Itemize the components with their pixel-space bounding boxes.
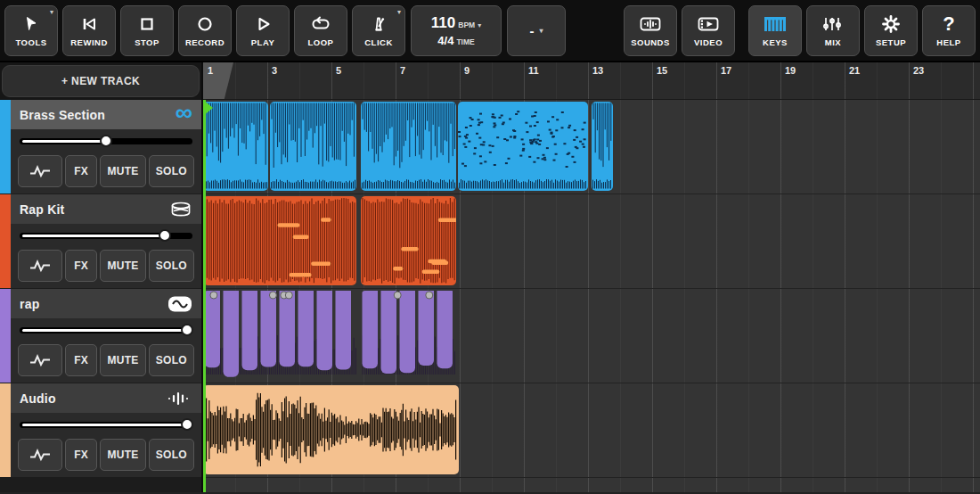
ruler-bar-label: 3 xyxy=(272,65,277,76)
volume-slider-fill xyxy=(22,140,109,143)
automation-button[interactable] xyxy=(18,344,62,376)
mix-button[interactable]: MIX xyxy=(806,5,860,56)
track-panel-content: Brass Section∞FXMUTESOLO xyxy=(11,100,201,193)
wave-icon xyxy=(167,294,192,314)
track-name: Brass Section xyxy=(20,108,105,122)
fx-button[interactable]: FX xyxy=(65,439,97,471)
toolbar-button-label: SOUNDS xyxy=(631,37,670,47)
track-header[interactable]: Brass Section∞ xyxy=(11,100,201,129)
track-panel-content: Rap KitFXMUTESOLO xyxy=(11,194,201,288)
sounds-button[interactable]: SOUNDS xyxy=(624,5,677,56)
volume-knob[interactable] xyxy=(159,229,171,242)
ruler-bar-label: 1 xyxy=(208,65,213,76)
rewind-button[interactable]: REWIND xyxy=(62,5,116,56)
volume-slider-track xyxy=(20,138,192,144)
dropdown-caret-icon: ▾ xyxy=(50,8,53,16)
rapkit-clip-1[interactable] xyxy=(203,196,356,285)
track-panel-rap[interactable]: rapFXMUTESOLO xyxy=(0,289,201,383)
fx-button[interactable]: FX xyxy=(65,250,97,282)
rap-clip-1[interactable] xyxy=(203,291,356,380)
brass-clip-2[interactable] xyxy=(270,102,356,191)
volume-knob[interactable] xyxy=(181,418,193,431)
sidebar-header: + NEW TRACK xyxy=(0,62,201,100)
track-panel-brass-section[interactable]: Brass Section∞FXMUTESOLO xyxy=(0,100,201,193)
mute-button[interactable]: MUTE xyxy=(100,439,145,471)
tools-button[interactable]: ▾TOOLS xyxy=(4,5,58,56)
playhead[interactable] xyxy=(203,100,206,492)
rewind-icon xyxy=(78,13,100,35)
time-signature-row: 4/4 TIME xyxy=(437,34,474,47)
track-panel-rap-kit[interactable]: Rap KitFXMUTESOLO xyxy=(0,194,201,288)
solo-button[interactable]: SOLO xyxy=(149,155,194,187)
track-buttons-row: FXMUTESOLO xyxy=(11,247,201,288)
click-button[interactable]: ▾CLICK xyxy=(352,5,405,56)
toolbar-button-label: HELP xyxy=(936,37,960,47)
solo-button[interactable]: SOLO xyxy=(149,344,194,376)
automation-button[interactable] xyxy=(18,439,62,471)
toolbar-button-label: TOOLS xyxy=(15,37,46,47)
key-selector[interactable]: - ▾ xyxy=(507,5,566,56)
mute-button[interactable]: MUTE xyxy=(100,155,145,187)
volume-slider[interactable] xyxy=(11,129,201,152)
timeline[interactable]: 1357911131517192123 xyxy=(203,62,980,492)
play-icon xyxy=(253,13,273,35)
record-button[interactable]: RECORD xyxy=(178,5,232,56)
ruler-bar-label: 17 xyxy=(721,65,731,76)
bpm-unit: BPM xyxy=(458,21,475,29)
track-buttons-row: FXMUTESOLO xyxy=(11,436,201,477)
time-signature-value: 4/4 xyxy=(437,34,453,47)
solo-button[interactable]: SOLO xyxy=(149,250,194,282)
stop-button[interactable]: STOP xyxy=(120,5,174,56)
mute-button[interactable]: MUTE xyxy=(100,344,145,376)
track-row[interactable] xyxy=(203,289,980,383)
mute-button[interactable]: MUTE xyxy=(100,250,145,282)
volume-slider[interactable] xyxy=(11,318,201,342)
setup-button[interactable]: SETUP xyxy=(864,5,918,56)
solo-button[interactable]: SOLO xyxy=(149,439,194,471)
loop-button[interactable]: LOOP xyxy=(294,5,347,56)
track-row[interactable] xyxy=(203,194,980,289)
brass-clip-3[interactable] xyxy=(361,102,456,191)
tempo-display[interactable]: 110 BPM ▾ 4/4 TIME xyxy=(411,5,502,56)
rapkit-clip-2[interactable] xyxy=(361,196,456,285)
track-color-stripe xyxy=(0,383,11,477)
track-header[interactable]: Audio xyxy=(11,383,201,413)
automation-button[interactable] xyxy=(18,250,62,282)
track-row[interactable] xyxy=(203,383,980,478)
ruler-bar-label: 23 xyxy=(913,65,924,76)
track-header[interactable]: Rap Kit xyxy=(11,194,201,224)
automation-button[interactable] xyxy=(18,155,62,187)
play-button[interactable]: PLAY xyxy=(236,5,290,56)
rap-clip-2[interactable] xyxy=(361,291,456,380)
fx-button[interactable]: FX xyxy=(65,155,97,187)
gear-icon xyxy=(880,13,902,35)
brass-clip-5[interactable] xyxy=(592,102,613,191)
toolbar-transport-group: ▾TOOLSREWINDSTOPRECORDPLAYLOOP▾CLICK xyxy=(4,5,405,56)
fx-button[interactable]: FX xyxy=(65,344,97,376)
track-color-stripe xyxy=(0,100,11,193)
toolbar-panel-group: SOUNDSVIDEOKEYSMIXSETUP?HELP xyxy=(624,5,976,56)
video-button[interactable]: VIDEO xyxy=(682,5,735,56)
main-area: + NEW TRACK Brass Section∞FXMUTESOLORap … xyxy=(0,62,980,492)
toolbar-button-label: LOOP xyxy=(308,37,334,47)
toolbar-button-label: MIX xyxy=(825,37,841,47)
help-button[interactable]: ?HELP xyxy=(922,5,976,56)
track-header[interactable]: rap xyxy=(11,289,201,318)
new-track-button[interactable]: + NEW TRACK xyxy=(2,65,200,97)
volume-slider[interactable] xyxy=(11,224,201,247)
track-panel-audio[interactable]: AudioFXMUTESOLO xyxy=(0,383,201,477)
volume-slider-fill xyxy=(22,329,190,332)
drum-icon xyxy=(169,200,192,219)
volume-slider[interactable] xyxy=(11,413,201,436)
audio-clip-1[interactable] xyxy=(203,385,459,474)
track-buttons-row: FXMUTESOLO xyxy=(11,152,201,193)
toolbar: ▾TOOLSREWINDSTOPRECORDPLAYLOOP▾CLICK 110… xyxy=(0,0,980,62)
volume-knob[interactable] xyxy=(181,324,193,336)
timeline-ruler[interactable]: 1357911131517192123 xyxy=(203,62,980,100)
daw-app: ▾TOOLSREWINDSTOPRECORDPLAYLOOP▾CLICK 110… xyxy=(0,0,980,494)
track-row[interactable] xyxy=(203,100,980,194)
brass-clip-4[interactable] xyxy=(458,102,588,191)
volume-knob[interactable] xyxy=(100,135,112,147)
keys-button[interactable]: KEYS xyxy=(748,5,802,56)
volume-slider-track xyxy=(20,327,192,333)
